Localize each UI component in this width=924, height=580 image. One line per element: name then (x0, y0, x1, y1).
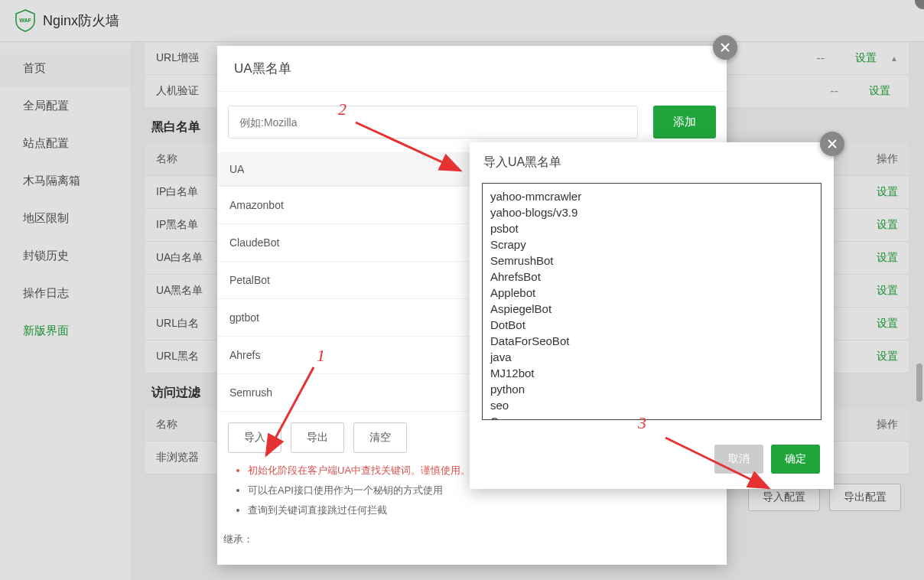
confirm-button[interactable]: 确定 (771, 445, 820, 474)
clear-button[interactable]: 清空 (353, 422, 407, 453)
add-button[interactable]: 添加 (653, 106, 716, 138)
close-icon[interactable] (820, 132, 844, 156)
annotation-label-2: 2 (338, 99, 346, 119)
import-ua-dialog: 导入UA黑名单 取消 确定 (470, 142, 834, 489)
annotation-label-1: 1 (317, 346, 325, 366)
close-icon[interactable] (713, 35, 737, 60)
dialog-title: 导入UA黑名单 (470, 142, 834, 183)
annotation-label-3: 3 (638, 413, 646, 433)
export-button[interactable]: 导出 (291, 422, 344, 453)
import-button[interactable]: 导入 (228, 422, 281, 453)
inherit-label: 继承： (217, 528, 727, 551)
ua-input[interactable] (228, 106, 638, 138)
import-textarea[interactable] (482, 183, 822, 420)
cancel-button[interactable]: 取消 (714, 445, 763, 474)
dialog-title: UA黑名单 (217, 46, 727, 92)
